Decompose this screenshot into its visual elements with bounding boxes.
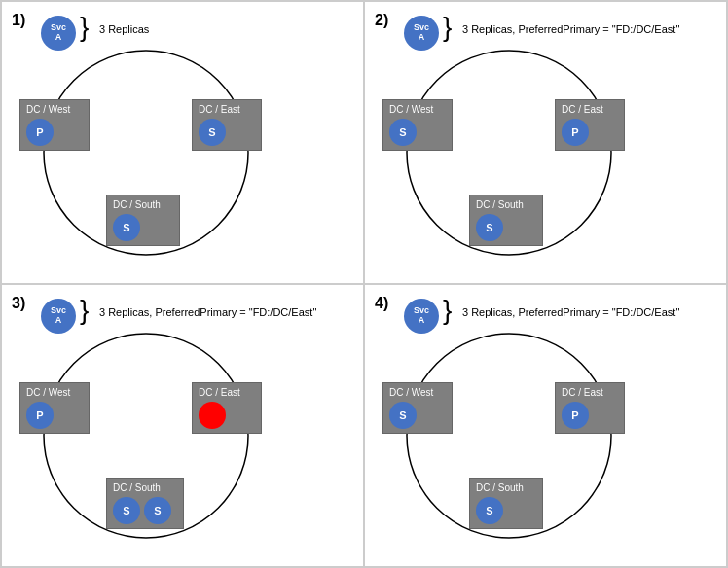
q2-label: 2) <box>375 12 388 29</box>
q2-replica-west-1: S <box>389 119 417 146</box>
q2-dc-south: DC / South S <box>469 195 543 246</box>
quadrant-4: 4) Svc A } 3 Replicas, PreferredPrimary … <box>364 284 727 567</box>
q3-dc-south-replicas: S S <box>113 497 171 524</box>
q3-replica-east-1 <box>199 402 226 429</box>
quadrant-3: 3) Svc A } 3 Replicas, PreferredPrimary … <box>1 284 364 567</box>
q3-replica-south-2: S <box>144 497 171 524</box>
q1-desc: 3 Replicas <box>99 23 149 35</box>
q2-replica-south-1: S <box>476 214 503 241</box>
q4-dc-west-label: DC / West <box>389 387 433 398</box>
q4-dc-west-replicas: S <box>389 402 417 429</box>
quadrant-2: 2) Svc A } 3 Replicas, PreferredPrimary … <box>364 1 727 284</box>
quadrant-1: 1) Svc A } 3 Replicas DC / West P DC / E… <box>1 1 364 284</box>
q1-dc-west-label: DC / West <box>26 104 70 115</box>
q2-dc-east-label: DC / East <box>562 104 603 115</box>
q1-dc-east: DC / East S <box>192 99 262 151</box>
q4-dc-east: DC / East P <box>555 382 625 434</box>
q1-dc-south-label: DC / South <box>113 199 161 210</box>
q1-replica-west-1: P <box>26 119 54 146</box>
q3-brace: } <box>80 297 89 324</box>
q2-dc-west-replicas: S <box>389 119 417 146</box>
q1-replica-east-1: S <box>199 119 226 146</box>
q2-replica-east-1: P <box>562 119 589 146</box>
q3-replica-south-1: S <box>113 497 140 524</box>
q4-replica-south-1: S <box>476 497 503 524</box>
q1-dc-east-replicas: S <box>199 119 226 146</box>
q2-dc-west-label: DC / West <box>389 104 433 115</box>
q4-dc-west: DC / West S <box>382 382 453 434</box>
q3-dc-west: DC / West P <box>19 382 90 434</box>
q3-replica-west-1: P <box>26 402 54 429</box>
q3-dc-south: DC / South S S <box>106 478 184 529</box>
q2-dc-south-replicas: S <box>476 214 503 241</box>
q2-desc: 3 Replicas, PreferredPrimary = "FD:/DC/E… <box>462 23 679 35</box>
q1-dc-west: DC / West P <box>19 99 90 151</box>
q3-desc: 3 Replicas, PreferredPrimary = "FD:/DC/E… <box>99 306 316 318</box>
q2-dc-east: DC / East P <box>555 99 625 151</box>
q1-brace: } <box>80 14 89 41</box>
q4-dc-south-replicas: S <box>476 497 503 524</box>
q3-label: 3) <box>12 295 25 312</box>
q1-dc-east-label: DC / East <box>199 104 240 115</box>
q4-replica-east-1: P <box>562 402 589 429</box>
q4-label: 4) <box>375 295 388 312</box>
q3-dc-south-label: DC / South <box>113 482 161 493</box>
q3-dc-east-label: DC / East <box>199 387 240 398</box>
q4-replica-west-1: S <box>389 402 417 429</box>
q1-label: 1) <box>12 12 25 29</box>
q3-dc-east-replicas <box>199 402 226 429</box>
q3-dc-west-label: DC / West <box>26 387 70 398</box>
q4-desc: 3 Replicas, PreferredPrimary = "FD:/DC/E… <box>462 306 679 318</box>
main-grid: 1) Svc A } 3 Replicas DC / West P DC / E… <box>0 0 728 568</box>
q3-dc-west-replicas: P <box>26 402 54 429</box>
q1-dc-south: DC / South S <box>106 195 180 246</box>
q4-dc-south-label: DC / South <box>476 482 524 493</box>
q2-dc-east-replicas: P <box>562 119 589 146</box>
q4-dc-east-replicas: P <box>562 402 589 429</box>
q2-dc-south-label: DC / South <box>476 199 524 210</box>
q1-dc-west-replicas: P <box>26 119 54 146</box>
q1-replica-south-1: S <box>113 214 140 241</box>
q1-dc-south-replicas: S <box>113 214 140 241</box>
q2-dc-west: DC / West S <box>382 99 453 151</box>
q4-dc-east-label: DC / East <box>562 387 603 398</box>
q2-brace: } <box>443 14 452 41</box>
q3-dc-east: DC / East <box>192 382 262 434</box>
q4-dc-south: DC / South S <box>469 478 543 529</box>
q4-brace: } <box>443 297 452 324</box>
